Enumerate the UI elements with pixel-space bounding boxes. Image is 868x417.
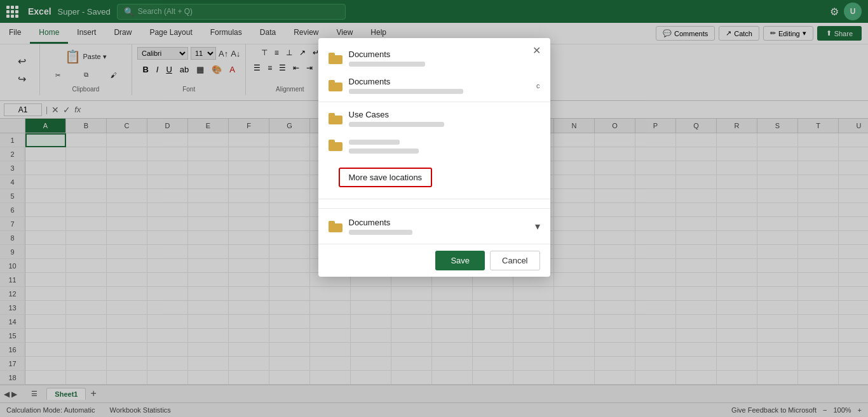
dialog-item-subtitle <box>349 89 463 94</box>
dialog-item-info: Documents <box>349 50 540 67</box>
dialog-item-title: Documents <box>349 50 540 59</box>
more-save-locations-button[interactable]: More save locations <box>339 168 433 187</box>
dropdown-arrow-icon[interactable]: ▾ <box>535 220 540 232</box>
dialog-item-docs1[interactable]: Documents <box>318 44 550 72</box>
dialog-bottom-item-subtitle <box>349 230 412 235</box>
dialog-item-info: Use Cases <box>349 110 540 127</box>
dialog-item-usecases[interactable]: Use Cases <box>318 105 550 132</box>
dialog-bottom: Documents ▾ <box>318 208 550 244</box>
dialog-item-subtitle <box>349 62 425 67</box>
dialog-item-title: Use Cases <box>349 110 540 119</box>
dialog-item-subtitle2 <box>349 149 419 154</box>
dialog-close-button[interactable]: ✕ <box>530 43 544 57</box>
dialog-bottom-item-info: Documents <box>349 218 529 235</box>
dialog-bottom-item-title: Documents <box>349 218 529 227</box>
dialog-item-subtitle <box>349 122 444 127</box>
dialog-item-unnamed[interactable] <box>318 132 550 159</box>
save-button[interactable]: Save <box>435 251 485 270</box>
folder-icon <box>329 140 342 151</box>
folder-icon <box>329 113 342 124</box>
dialog-item-subtitle <box>349 140 400 145</box>
dialog-divider <box>318 102 550 102</box>
dialog-item-title: Documents <box>349 77 531 86</box>
folder-icon <box>329 80 342 91</box>
dialog-actions: Save Cancel <box>318 244 550 277</box>
cancel-button[interactable]: Cancel <box>490 251 539 270</box>
save-dialog: ✕ Documents Documents c <box>318 38 550 277</box>
dialog-item-info: Documents <box>349 77 531 94</box>
folder-icon <box>329 53 342 64</box>
dialog-item-docs2[interactable]: Documents c <box>318 72 550 99</box>
item-extra-label: c <box>536 82 540 89</box>
dialog-bottom-item[interactable]: Documents ▾ <box>329 215 540 237</box>
folder-icon <box>329 221 342 232</box>
dialog-location-list: Documents Documents c Use Cases <box>318 38 550 208</box>
dialog-overlay: ✕ Documents Documents c <box>0 0 868 417</box>
more-save-section: More save locations <box>318 159 550 196</box>
dialog-item-info <box>349 137 540 154</box>
dialog-divider2 <box>318 199 550 199</box>
